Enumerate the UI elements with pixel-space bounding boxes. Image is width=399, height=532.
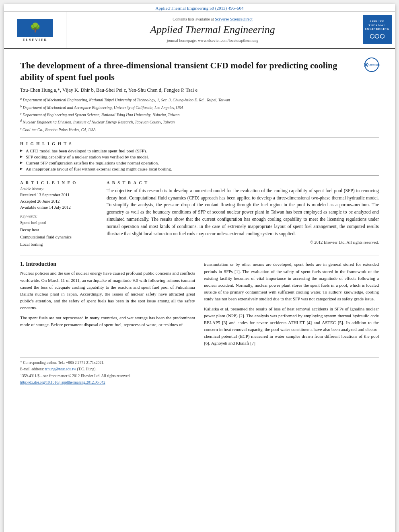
article-info-abstract: A R T I C L E I N F O Article history: R… <box>20 181 379 251</box>
footnote-doi: http://dx.doi.org/10.1016/j.applthermale… <box>20 380 379 385</box>
email-person: (T.C. Hung). <box>77 367 96 371</box>
affiliation-a: a Department of Mechanical Engineering, … <box>20 97 379 103</box>
authors-line: Tzu-Chen Hung a,*, Vijay K. Dhir b, Bau-… <box>20 86 379 94</box>
sciverse-line: Contents lists available at SciVerse Sci… <box>173 17 253 21</box>
highlights-section: H I G H L I G H T S A CFD model has been… <box>20 142 379 171</box>
footnote-issn: 1359-4311/$ – see front matter © 2012 El… <box>20 373 379 379</box>
homepage-label: journal homepage: www.elsevier.com/locat… <box>167 38 259 43</box>
article-info-section: A R T I C L E I N F O Article history: R… <box>20 181 99 251</box>
body-col2-text: transmutation or by other means are deve… <box>204 261 379 347</box>
article-info-label: A R T I C L E I N F O <box>20 181 99 185</box>
body-col2-p2: Kaliatka et al. presented the results of… <box>204 306 379 347</box>
body-col1-p1: Nuclear policies and the use of nuclear … <box>20 270 195 311</box>
journal-homepage: journal homepage: www.elsevier.com/locat… <box>167 38 259 43</box>
abstract-copyright: © 2012 Elsevier Ltd. All rights reserved… <box>107 240 379 244</box>
banner-text: Applied Thermal Engineering 50 (2013) 49… <box>156 6 244 10</box>
journal-header-center: Contents lists available at SciVerse Sci… <box>66 12 359 48</box>
elsevier-logo: 🌳 ELSEVIER <box>17 19 53 41</box>
footnotes: * Corresponding author. Tel.: +886 2 277… <box>20 357 379 385</box>
available-date: Available online 14 July 2012 <box>20 204 99 211</box>
body-col-left: 1. Introduction Nuclear policies and the… <box>20 261 195 350</box>
keyword-4: Local boiling <box>20 241 99 248</box>
keywords-label: Keywords: <box>20 214 99 218</box>
journal-logo-right: APPLIEDTHERMALENGINEERING ⬡⬡⬡ <box>359 12 395 48</box>
doi-link[interactable]: http://dx.doi.org/10.1016/j.applthermale… <box>20 380 105 384</box>
history-label: Article history: <box>20 187 99 191</box>
affiliation-e: e Cool-tec Co., Rancho Palos Verdes, CA,… <box>20 126 379 133</box>
email-label: E-mail address: <box>20 367 44 371</box>
keyword-2: Decay heat <box>20 226 99 234</box>
elsevier-wordmark: ELSEVIER <box>17 38 53 42</box>
abstract-label: A B S T R A C T <box>107 181 379 185</box>
abstract-section: A B S T R A C T The objective of this re… <box>107 181 379 251</box>
sciverse-link[interactable]: SciVerse ScienceDirect <box>215 17 253 21</box>
divider-3 <box>20 255 379 255</box>
body-col2-p1: transmutation or by other means are deve… <box>204 261 379 302</box>
highlights-label: H I G H L I G H T S <box>20 142 379 146</box>
divider-2 <box>20 175 379 176</box>
body-col-right: transmutation or by other means are deve… <box>204 261 379 350</box>
journal-header: 🌳 ELSEVIER Contents lists available at S… <box>4 12 395 49</box>
main-content: The development of a three-dimensional t… <box>4 49 395 393</box>
abstract-text: The objective of this research is to dev… <box>107 187 379 238</box>
elsevier-logo-area: 🌳 ELSEVIER <box>4 12 66 48</box>
affiliations: a Department of Mechanical Engineering, … <box>20 97 379 133</box>
authors-text: Tzu-Chen Hung a,*, Vijay K. Dhir b, Bau-… <box>20 87 197 93</box>
crossmark-area: ✕CrossMark <box>364 58 379 72</box>
affiliation-d: d Nuclear Engineering Division, Institut… <box>20 119 379 125</box>
keyword-1: Spent fuel pool <box>20 219 99 226</box>
affiliation-c: c Department of Engineering and System S… <box>20 111 379 118</box>
keywords-section: Keywords: Spent fuel pool Decay heat Com… <box>20 214 99 248</box>
accepted-date: Accepted 26 June 2012 <box>20 198 99 205</box>
keyword-3: Computational fluid dynamics <box>20 234 99 241</box>
affiliation-b: b Department of Mechanical and Aerospace… <box>20 104 379 111</box>
section1-title: 1. Introduction <box>20 261 195 267</box>
crossmark-icon: ✕CrossMark <box>364 58 379 72</box>
page: Applied Thermal Engineering 50 (2013) 49… <box>4 4 395 532</box>
highlight-1: A CFD model has been developed to simula… <box>20 148 379 153</box>
highlight-2: SFP cooling capability of a nuclear stat… <box>20 154 379 159</box>
journal-cover-logo: APPLIEDTHERMALENGINEERING ⬡⬡⬡ <box>363 15 392 44</box>
footnote-email: E-mail address: tchung@ntut.edu.tw (T.C.… <box>20 366 379 372</box>
received-date: Received 13 September 2011 <box>20 192 99 198</box>
body-col1-p2: The spent fuels are not reprocessed in m… <box>20 314 195 328</box>
journal-title: Applied Thermal Engineering <box>150 24 275 36</box>
journal-banner: Applied Thermal Engineering 50 (2013) 49… <box>4 4 395 12</box>
article-history: Article history: Received 13 September 2… <box>20 187 99 211</box>
highlight-3: Current SFP configuration satisfies the … <box>20 160 379 165</box>
elsevier-tree-icon: 🌳 <box>30 23 41 32</box>
body-col1-text: Nuclear policies and the use of nuclear … <box>20 270 195 328</box>
footnote-corresponding: * Corresponding author. Tel.: +886 2 277… <box>20 360 379 366</box>
highlight-4: An inappropriate layout of fuel without … <box>20 166 379 171</box>
rlogo-decoration: ⬡⬡⬡ <box>370 33 385 40</box>
body-content: 1. Introduction Nuclear policies and the… <box>20 261 379 350</box>
article-title: The development of a three-dimensional t… <box>20 60 360 83</box>
email-link[interactable]: tchung@ntut.edu.tw <box>45 367 76 371</box>
divider-1 <box>20 137 379 138</box>
